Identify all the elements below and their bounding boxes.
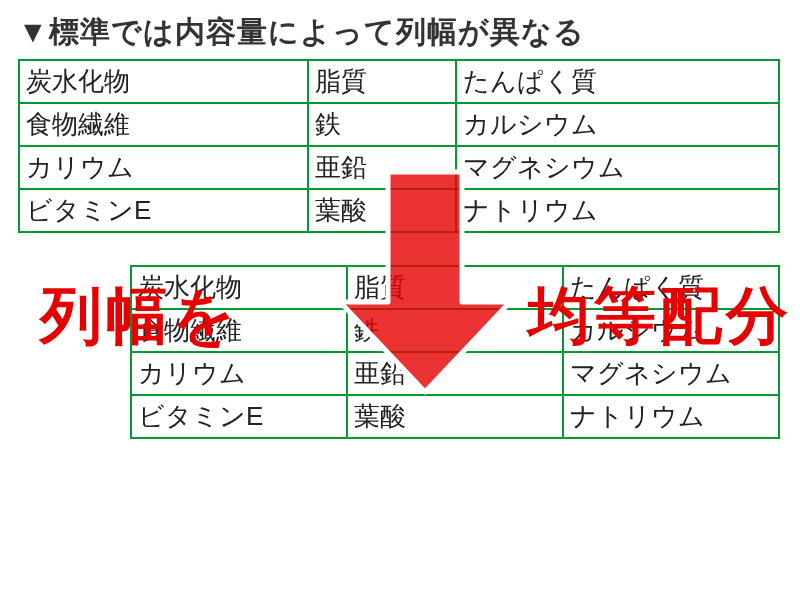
table-cell: 食物繊維	[19, 103, 308, 146]
table-cell: 葉酸	[347, 395, 563, 438]
emphasis-right-text: 均等配分	[528, 274, 792, 358]
table-cell: ナトリウム	[563, 395, 779, 438]
table-row: カリウム 亜鉛 マグネシウム	[19, 146, 779, 189]
table-row: ビタミンE 葉酸 ナトリウム	[19, 189, 779, 232]
emphasis-left-text: 列幅を	[40, 274, 239, 358]
table-row: カリウム 亜鉛 マグネシウム	[131, 352, 779, 395]
table-cell: マグネシウム	[563, 352, 779, 395]
table-cell: 炭水化物	[19, 60, 308, 103]
table-cell: ビタミンE	[19, 189, 308, 232]
table-cell: 鉄	[308, 103, 456, 146]
table-cell: ビタミンE	[131, 395, 347, 438]
table-row: ビタミンE 葉酸 ナトリウム	[131, 395, 779, 438]
table-cell: ナトリウム	[456, 189, 779, 232]
top-table: 炭水化物 脂質 たんぱく質 食物繊維 鉄 カルシウム カリウム 亜鉛 マグネシウ…	[18, 59, 780, 233]
table-cell: 亜鉛	[308, 146, 456, 189]
heading-text: ▼標準では内容量によって列幅が異なる	[18, 12, 782, 53]
table-cell: カリウム	[131, 352, 347, 395]
table-cell: カルシウム	[456, 103, 779, 146]
table-cell: カリウム	[19, 146, 308, 189]
table-cell: 脂質	[308, 60, 456, 103]
table-row: 食物繊維 鉄 カルシウム	[19, 103, 779, 146]
table-cell: マグネシウム	[456, 146, 779, 189]
table-row: 炭水化物 脂質 たんぱく質	[19, 60, 779, 103]
table-cell: 葉酸	[308, 189, 456, 232]
table-cell: たんぱく質	[456, 60, 779, 103]
table-cell: 亜鉛	[347, 352, 563, 395]
